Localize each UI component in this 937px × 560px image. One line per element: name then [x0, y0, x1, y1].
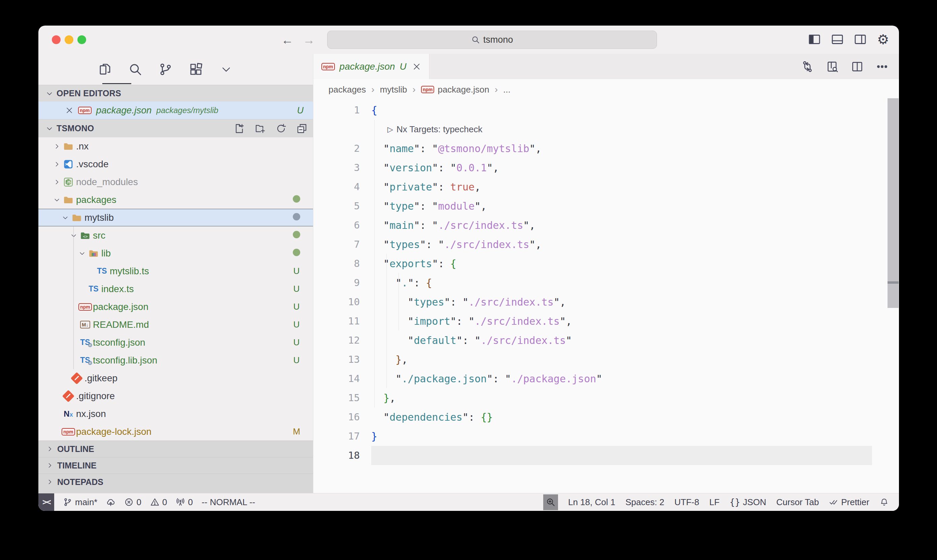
more-actions-button[interactable] [875, 60, 889, 73]
split-editor-icon [851, 60, 864, 73]
tree-item--nx[interactable]: .nx [38, 137, 313, 155]
code-editor[interactable]: 1{▷Nx Targets: typecheck2 "name": "@tsmo… [313, 100, 899, 493]
code-line-5: 5 "type": "module", [313, 197, 899, 216]
status-cloud-upload[interactable] [106, 497, 115, 507]
tree-item-package-lock-json[interactable]: npmpackage-lock.jsonM [38, 423, 313, 440]
status-0[interactable]: 0 [124, 497, 141, 508]
status-utf-8[interactable]: UTF-8 [674, 497, 699, 508]
breadcrumb-item[interactable]: mytslib [380, 85, 407, 95]
status-main[interactable]: main* [63, 497, 97, 508]
remote-indicator[interactable]: >< [38, 493, 54, 511]
tree-item--vscode[interactable]: .vscode [38, 155, 313, 173]
editor-scrollbar[interactable] [888, 98, 899, 308]
status-label: main* [75, 497, 97, 508]
git-status-badge: U [289, 266, 304, 276]
close-window-button[interactable] [52, 35, 61, 44]
status-prettier[interactable]: Prettier [829, 497, 869, 508]
editor-group: npm package.json U packages›mytslib›npmp… [313, 54, 899, 493]
status-json[interactable]: {}JSON [730, 497, 766, 508]
folder-icon [63, 194, 74, 205]
explorer-section-header[interactable]: TSMONO [38, 119, 313, 137]
tree-item-lib[interactable]: lib [38, 244, 313, 262]
gear-button[interactable]: ⚙ [876, 32, 890, 46]
activity-extensions-button[interactable] [188, 62, 203, 77]
tree-item-node-modules[interactable]: JSnode_modules [38, 173, 313, 191]
status-normal[interactable]: -- NORMAL -- [202, 497, 255, 508]
open-editor-name: package.json [96, 105, 152, 116]
code-text: "main": "./src/index.ts", [371, 216, 535, 235]
close-icon[interactable] [411, 61, 422, 72]
layout-sidebar-right-button[interactable] [853, 32, 867, 46]
open-changes-button[interactable] [801, 60, 814, 73]
breadcrumb-item[interactable]: npmpackage.json [421, 85, 489, 95]
git-status-badge: U [289, 337, 304, 348]
branch-icon [63, 497, 72, 507]
section-outline[interactable]: OUTLINE [38, 440, 313, 457]
tree-item-readme-md[interactable]: M↓README.mdU [38, 316, 313, 334]
status-0[interactable]: 0 [150, 497, 167, 508]
activity-files-button[interactable] [98, 62, 112, 77]
tree-item--gitignore[interactable]: .gitignore [38, 387, 313, 405]
minimize-window-button[interactable] [65, 35, 73, 44]
status-ln-18-col-1[interactable]: Ln 18, Col 1 [568, 497, 615, 508]
git-icon [64, 392, 73, 400]
chevron-right-icon [54, 179, 60, 185]
tree-item--gitkeep[interactable]: .gitkeep [38, 369, 313, 387]
activity-chevron-down-button[interactable] [219, 62, 234, 77]
zoom-window-button[interactable] [77, 35, 86, 44]
layout-sidebar-right-icon [854, 33, 867, 46]
tab-package-json[interactable]: npm package.json U [313, 54, 429, 79]
new-folder-icon [255, 123, 266, 134]
new-folder-icon[interactable] [254, 122, 266, 135]
tree-item-packages[interactable]: packages [38, 191, 313, 209]
tree-item-package-json[interactable]: npmpackage.jsonU [38, 298, 313, 316]
layout-sidebar-left-button[interactable] [808, 32, 822, 46]
status-cursor-tab[interactable]: Cursor Tab [777, 497, 819, 508]
tree-item-src[interactable]: <>src [38, 226, 313, 244]
command-center-search[interactable]: tsmono [327, 31, 657, 49]
forward-icon[interactable]: → [302, 33, 316, 47]
tree-item-tsconfig-lib-json[interactable]: TS⚙tsconfig.lib.jsonU [38, 351, 313, 369]
zoom-indicator[interactable] [543, 494, 558, 510]
tree-item-tsconfig-json[interactable]: TS⚙tsconfig.jsonU [38, 334, 313, 351]
tree-item-mytslib-ts[interactable]: TSmytslib.tsU [38, 262, 313, 280]
tree-item-mytslib[interactable]: mytslib [38, 209, 313, 226]
breadcrumb-item[interactable]: ... [503, 85, 511, 95]
line-number: 17 [313, 427, 360, 446]
npm-icon: npm [62, 428, 75, 435]
active-view-underline [102, 83, 131, 84]
tree-item-label: src [93, 230, 105, 241]
open-preview-button[interactable] [826, 60, 839, 73]
section-timeline[interactable]: TIMELINE [38, 457, 313, 474]
new-file-icon[interactable] [233, 122, 246, 135]
modified-badge: U [297, 105, 304, 116]
tree-item-index-ts[interactable]: TSindex.tsU [38, 280, 313, 298]
layout-panel-button[interactable] [830, 32, 845, 46]
tree-item-nx-json[interactable]: Nxnx.json [38, 405, 313, 423]
split-editor-button[interactable] [851, 60, 864, 73]
breadcrumb-item[interactable]: packages [328, 85, 366, 95]
activity-source-control-button[interactable] [158, 62, 173, 77]
code-text: "types": "./src/index.ts", [371, 235, 542, 254]
close-icon[interactable] [65, 106, 73, 114]
indent-guide [374, 120, 375, 408]
line-number: 18 [313, 446, 360, 465]
status-bell[interactable] [879, 497, 889, 507]
source-control-icon [158, 62, 173, 76]
refresh-icon[interactable] [275, 122, 288, 135]
git-icon [72, 374, 81, 383]
status-0[interactable]: 0 [176, 497, 192, 508]
code-text: }, [371, 388, 395, 408]
back-icon[interactable]: ← [280, 33, 295, 47]
status-spaces-2[interactable]: Spaces: 2 [625, 497, 665, 508]
open-editors-header[interactable]: OPEN EDITORS [38, 85, 313, 102]
open-editor-item[interactable]: npm package.json packages/mytslib U [38, 102, 313, 119]
code-line-12: 12 "default": "./src/index.ts" [313, 331, 899, 350]
tree-item-label: tsconfig.lib.json [93, 355, 157, 366]
section-notepads[interactable]: NOTEPADS [38, 474, 313, 490]
activity-search-button[interactable] [128, 62, 143, 77]
nx-code-lens[interactable]: ▷Nx Targets: typecheck [388, 120, 482, 139]
breadcrumb-separator: › [371, 84, 374, 95]
status-lf[interactable]: LF [709, 497, 720, 508]
collapse-all-icon[interactable] [295, 122, 308, 135]
